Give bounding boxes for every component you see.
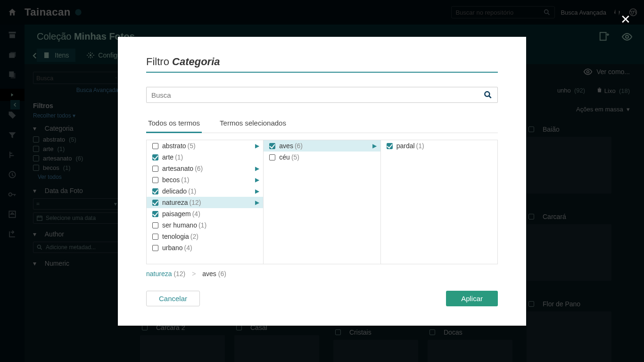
term-columns: abstrato (5)▶arte (1)artesanato (6)▶beco… (146, 140, 498, 264)
search-icon[interactable] (483, 90, 493, 100)
term-row[interactable]: aves (6)▶ (264, 140, 380, 152)
term-row[interactable]: tenologia (2) (147, 231, 263, 242)
term-row[interactable]: arte (1) (147, 152, 263, 163)
checkbox-icon[interactable] (152, 200, 158, 206)
modal-search-input[interactable] (151, 91, 483, 99)
close-icon[interactable]: ✕ (620, 12, 631, 27)
term-row[interactable]: becos (1)▶ (147, 174, 263, 185)
chevron-right-icon[interactable]: ▶ (255, 177, 259, 183)
apply-button[interactable]: Aplicar (446, 291, 498, 306)
checkbox-icon[interactable] (387, 143, 393, 149)
checkbox-icon[interactable] (152, 211, 158, 217)
term-row[interactable]: paisagem (4) (147, 208, 263, 219)
checkbox-icon[interactable] (152, 166, 158, 172)
term-row[interactable]: abstrato (5)▶ (147, 140, 263, 152)
checkbox-icon[interactable] (152, 234, 158, 240)
term-row[interactable]: natureza (12)▶ (147, 197, 263, 208)
term-breadcrumb: natureza (12) > aves (6) (146, 270, 498, 278)
breadcrumb-level-1: aves (202, 270, 216, 278)
tab-selected-terms[interactable]: Termos selecionados (218, 115, 288, 133)
term-row[interactable]: delicado (1)▶ (147, 185, 263, 197)
term-row[interactable]: artesanato (6)▶ (147, 163, 263, 174)
checkbox-icon[interactable] (152, 245, 158, 251)
breadcrumb-level-0[interactable]: natureza (146, 270, 172, 278)
filter-modal: Filtro Categoria Todos os termos Termos … (118, 37, 526, 326)
modal-title: Filtro Categoria (146, 56, 498, 73)
term-row[interactable]: pardal (1) (381, 140, 497, 152)
modal-overlay: ✕ Filtro Categoria Todos os termos Termo… (0, 0, 644, 362)
svg-point-20 (485, 92, 489, 96)
chevron-right-icon[interactable]: ▶ (255, 143, 259, 149)
term-column-0: abstrato (5)▶arte (1)artesanato (6)▶beco… (147, 140, 264, 264)
chevron-right-icon[interactable]: ▶ (372, 143, 377, 149)
term-column-2: pardal (1) (381, 140, 497, 264)
chevron-right-icon[interactable]: ▶ (255, 199, 259, 206)
tab-all-terms[interactable]: Todos os termos (146, 115, 202, 133)
checkbox-icon[interactable] (152, 143, 158, 149)
chevron-right-icon[interactable]: ▶ (255, 165, 259, 172)
term-row[interactable]: urbano (4) (147, 242, 263, 253)
modal-search[interactable] (146, 87, 498, 103)
checkbox-icon[interactable] (152, 154, 158, 160)
checkbox-icon[interactable] (269, 143, 275, 149)
modal-tabs: Todos os termos Termos selecionados (146, 115, 498, 133)
term-row[interactable]: céu (5) (264, 152, 380, 163)
checkbox-icon[interactable] (152, 188, 158, 194)
cancel-button[interactable]: Cancelar (146, 291, 200, 306)
checkbox-icon[interactable] (152, 177, 158, 183)
chevron-right-icon[interactable]: ▶ (255, 188, 259, 194)
checkbox-icon[interactable] (152, 222, 158, 228)
term-column-1: aves (6)▶céu (5) (264, 140, 380, 264)
checkbox-icon[interactable] (269, 154, 275, 160)
term-row[interactable]: ser humano (1) (147, 219, 263, 231)
